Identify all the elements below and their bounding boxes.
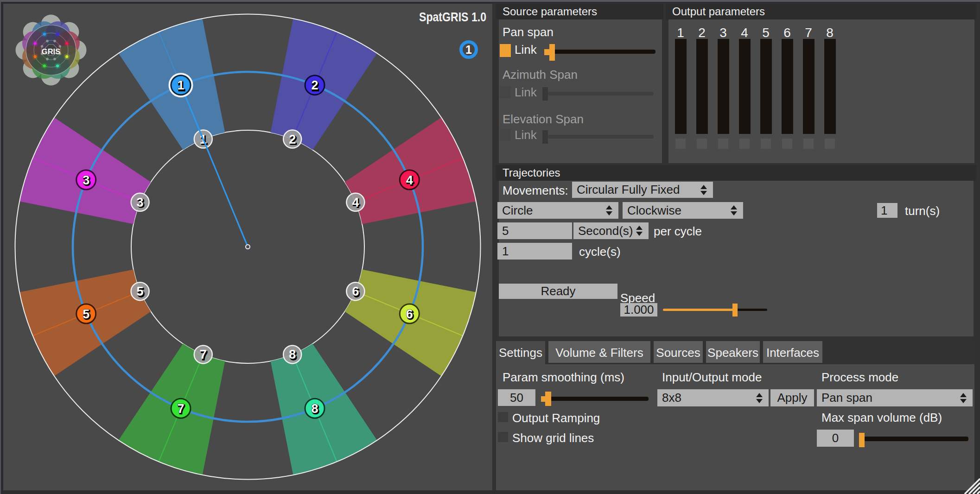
svg-text:2: 2 [289,133,296,146]
svg-text:3: 3 [83,173,89,187]
svg-text:5: 5 [137,285,144,298]
svg-text:4: 4 [406,173,413,187]
svg-text:SpatGRIS 1.0: SpatGRIS 1.0 [419,10,486,24]
svg-text:4: 4 [352,196,359,209]
svg-text:GRIS: GRIS [42,47,60,56]
svg-text:7: 7 [177,402,184,416]
svg-text:1: 1 [465,43,472,56]
svg-text:1: 1 [177,78,184,92]
svg-text:7: 7 [200,348,207,361]
svg-text:8: 8 [289,348,296,361]
svg-text:5: 5 [83,307,89,321]
svg-text:3: 3 [137,196,144,209]
svg-text:6: 6 [352,285,359,298]
svg-text:2: 2 [311,78,318,92]
svg-text:6: 6 [406,307,413,321]
svg-text:8: 8 [311,402,318,416]
